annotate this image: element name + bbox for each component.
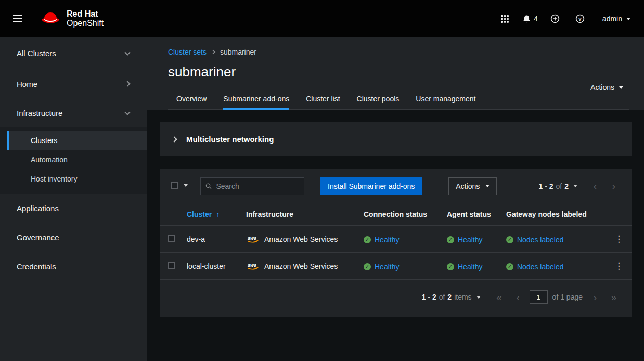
install-submariner-button[interactable]: Install Submariner add-ons (320, 177, 422, 195)
table-row: local-cluster aws Amazon Web Services (160, 253, 632, 280)
last-page-button[interactable]: » (604, 288, 623, 306)
svg-text:aws: aws (248, 236, 256, 241)
sidebar-item-home[interactable]: Home (0, 69, 147, 98)
next-page-button[interactable]: › (586, 288, 604, 306)
page-actions-dropdown[interactable]: Actions (590, 83, 623, 92)
gateway-nodes-status[interactable]: ✓ Nodes labeled (506, 236, 564, 244)
column-header-infrastructure: Infrastructure (242, 203, 359, 226)
breadcrumb: Cluster sets submariner (168, 48, 629, 56)
connection-status[interactable]: ✓ Healthy (364, 263, 399, 271)
search-icon (205, 183, 212, 190)
connection-status[interactable]: ✓ Healthy (364, 236, 399, 244)
breadcrumb-current: submariner (220, 48, 256, 56)
svg-text:aws: aws (248, 263, 256, 268)
aws-icon: aws (246, 262, 260, 271)
nav-toggle-button[interactable] (7, 8, 28, 29)
previous-page-button[interactable]: ‹ (586, 177, 604, 195)
table-row: dev-a aws Amazon Web Services (160, 226, 632, 253)
sidebar-item-clusters[interactable]: Clusters (7, 131, 147, 150)
column-header-connection-status: Connection status (359, 203, 443, 226)
check-circle-icon: ✓ (364, 263, 371, 270)
table-actions-dropdown[interactable]: Actions (448, 177, 497, 195)
chevron-down-icon (124, 109, 130, 115)
chevron-right-icon (124, 81, 130, 86)
check-circle-icon: ✓ (506, 236, 513, 243)
aws-icon: aws (246, 235, 260, 244)
plus-circle-icon (550, 14, 560, 23)
notifications-button[interactable]: 4 (520, 8, 540, 29)
agent-status[interactable]: ✓ Healthy (447, 236, 482, 244)
sidebar-item-automation[interactable]: Automation (7, 150, 147, 169)
perspective-switcher[interactable]: All Clusters (0, 37, 147, 69)
sidebar-item-applications[interactable]: Applications (0, 194, 147, 223)
sort-ascending-icon: ↑ (216, 210, 220, 218)
check-circle-icon: ✓ (447, 263, 454, 270)
row-checkbox[interactable] (168, 235, 175, 242)
row-checkbox[interactable] (168, 262, 175, 269)
user-name: admin (602, 15, 622, 23)
caret-down-icon (476, 296, 481, 299)
app-launcher-button[interactable] (495, 8, 515, 29)
bell-icon (522, 15, 531, 23)
next-page-button[interactable]: › (604, 177, 623, 195)
row-kebab-menu[interactable]: ⋮ (610, 234, 627, 244)
caret-down-icon (485, 185, 490, 187)
page-content: Multicluster networking (147, 110, 644, 361)
column-header-agent-status: Agent status (443, 203, 502, 226)
current-page-input[interactable] (530, 290, 548, 304)
previous-page-button[interactable]: ‹ (509, 288, 527, 306)
first-page-button[interactable]: « (490, 288, 509, 306)
check-circle-icon: ✓ (506, 263, 513, 270)
infrastructure-cell: aws Amazon Web Services (246, 235, 355, 244)
cluster-name-cell: local-cluster (183, 253, 242, 280)
search-box (200, 177, 304, 195)
perspective-label: All Clusters (17, 49, 56, 58)
main-content: Cluster sets submariner submariner Actio… (147, 37, 644, 361)
tab-user-management[interactable]: User management (407, 89, 484, 109)
create-button[interactable] (545, 8, 565, 29)
agent-status[interactable]: ✓ Healthy (447, 263, 482, 271)
notification-count-badge: 4 (534, 15, 538, 23)
bulk-select-dropdown[interactable] (168, 178, 192, 194)
caret-down-icon (573, 185, 577, 187)
sort-by-cluster-button[interactable]: Cluster ↑ (187, 210, 220, 218)
question-circle-icon: ? (575, 14, 585, 23)
redhat-fedora-icon (40, 11, 61, 27)
infrastructure-subnav: Clusters Automation Host inventory (0, 127, 147, 194)
pagination-options-toggle[interactable]: 1 - 2 of 2 items (422, 293, 481, 301)
chevron-down-icon (124, 49, 130, 55)
tab-cluster-pools[interactable]: Cluster pools (349, 89, 408, 109)
breadcrumb-cluster-sets-link[interactable]: Cluster sets (168, 48, 207, 56)
pagination-range: 1 - 2 (539, 182, 553, 190)
page-title: submariner (168, 64, 629, 80)
tab-overview[interactable]: Overview (168, 89, 215, 109)
check-circle-icon: ✓ (447, 236, 454, 243)
tab-cluster-list[interactable]: Cluster list (298, 89, 348, 109)
help-button[interactable]: ? (570, 8, 590, 29)
pagination-options-toggle[interactable]: 1 - 2 of 2 (539, 182, 578, 190)
gateway-nodes-status[interactable]: ✓ Nodes labeled (506, 263, 564, 271)
sidebar-item-host-inventory[interactable]: Host inventory (7, 169, 147, 188)
pagination-range: 1 - 2 (422, 293, 436, 301)
user-menu[interactable]: admin (602, 8, 630, 29)
header-checkbox-cell (160, 203, 183, 226)
search-input[interactable] (216, 182, 299, 190)
cluster-name-cell: dev-a (183, 226, 242, 253)
infrastructure-cell: aws Amazon Web Services (246, 262, 355, 271)
row-kebab-menu[interactable]: ⋮ (610, 261, 627, 272)
chevron-right-icon (171, 136, 177, 142)
sidebar-item-credentials[interactable]: Credentials (0, 252, 147, 281)
table-toolbar: Install Submariner add-ons Actions 1 - 2… (160, 169, 632, 203)
expandable-section-label: Multicluster networking (186, 135, 274, 144)
sidebar-item-infrastructure[interactable]: Infrastructure (0, 98, 147, 127)
page-header: Cluster sets submariner submariner Actio… (147, 37, 644, 110)
clusters-table: Cluster ↑ Infrastructure Connection stat… (160, 203, 632, 280)
sidebar-item-governance[interactable]: Governance (0, 223, 147, 252)
sidebar: All Clusters Home Infrastructure Cluster… (0, 37, 147, 361)
multicluster-networking-expandable[interactable]: Multicluster networking (160, 122, 632, 156)
submariner-addons-table-card: Install Submariner add-ons Actions 1 - 2… (160, 169, 632, 317)
caret-down-icon (619, 86, 623, 89)
tab-submariner-add-ons[interactable]: Submariner add-ons (215, 89, 298, 109)
header-actions-cell (606, 203, 632, 226)
bulk-select-checkbox[interactable] (171, 182, 178, 189)
